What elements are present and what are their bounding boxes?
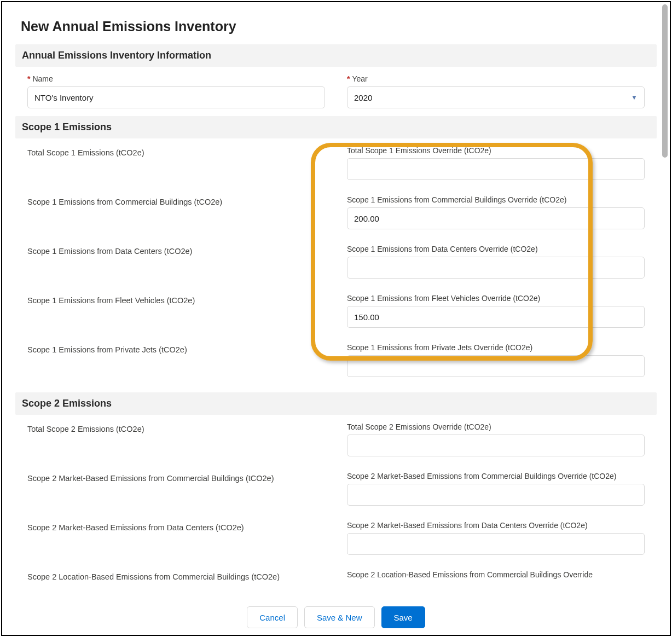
scope1-jets-label: Scope 1 Emissions from Private Jets (tCO…: [27, 343, 325, 354]
save-button[interactable]: Save: [381, 606, 425, 628]
name-label: Name: [27, 74, 325, 83]
scope2-mb-datacenters-override-label: Scope 2 Market-Based Emissions from Data…: [347, 521, 645, 530]
page-title: New Annual Emissions Inventory: [21, 19, 653, 34]
scope2-lb-commercial-label: Scope 2 Location-Based Emissions from Co…: [27, 570, 325, 581]
year-select[interactable]: 2020 ▼: [347, 86, 645, 108]
scope1-datacenters-label: Scope 1 Emissions from Data Centers (tCO…: [27, 245, 325, 256]
year-value: 2020: [354, 93, 372, 102]
scope1-commercial-override-label: Scope 1 Emissions from Commercial Buildi…: [347, 195, 645, 204]
scope1-commercial-override-input[interactable]: [347, 207, 645, 229]
scope2-total-label: Total Scope 2 Emissions (tCO2e): [27, 422, 325, 433]
scrollbar-thumb[interactable]: [662, 4, 668, 158]
scope2-lb-commercial-override-label: Scope 2 Location-Based Emissions from Co…: [347, 570, 645, 579]
scope2-mb-commercial-override-label: Scope 2 Market-Based Emissions from Comm…: [347, 472, 645, 480]
scope2-total-override-label: Total Scope 2 Emissions Override (tCO2e): [347, 422, 645, 431]
modal-frame: New Annual Emissions Inventory Annual Em…: [1, 1, 671, 636]
scope1-commercial-label: Scope 1 Emissions from Commercial Buildi…: [27, 195, 325, 206]
chevron-down-icon: ▼: [631, 94, 638, 101]
scope1-fields: Total Scope 1 Emissions (tCO2e) Total Sc…: [15, 146, 657, 377]
scope1-fleet-override-label: Scope 1 Emissions from Fleet Vehicles Ov…: [347, 294, 645, 303]
scope2-mb-datacenters-override-input[interactable]: [347, 533, 645, 555]
scope2-mb-datacenters-label: Scope 2 Market-Based Emissions from Data…: [27, 521, 325, 532]
scope1-total-override-label: Total Scope 1 Emissions Override (tCO2e): [347, 146, 645, 155]
scope1-datacenters-override-input[interactable]: [347, 257, 645, 279]
modal-footer: Cancel Save & New Save: [2, 600, 670, 635]
scope2-mb-commercial-label: Scope 2 Market-Based Emissions from Comm…: [27, 472, 325, 483]
scope1-fleet-override-input[interactable]: [347, 306, 645, 328]
scope1-fleet-label: Scope 1 Emissions from Fleet Vehicles (t…: [27, 294, 325, 305]
year-label: Year: [347, 74, 645, 83]
scope1-jets-override-input[interactable]: [347, 355, 645, 377]
scope2-total-override-input[interactable]: [347, 435, 645, 456]
scope1-total-override-input[interactable]: [347, 158, 645, 180]
cancel-button[interactable]: Cancel: [247, 606, 298, 628]
section-header-scope2: Scope 2 Emissions: [15, 392, 657, 415]
scope2-mb-commercial-override-input[interactable]: [347, 484, 645, 506]
scope1-total-label: Total Scope 1 Emissions (tCO2e): [27, 146, 325, 157]
scope1-datacenters-override-label: Scope 1 Emissions from Data Centers Over…: [347, 245, 645, 253]
section-header-scope1: Scope 1 Emissions: [15, 116, 657, 138]
modal-content: New Annual Emissions Inventory Annual Em…: [2, 2, 670, 600]
name-input[interactable]: [27, 86, 325, 108]
section-header-info: Annual Emissions Inventory Information: [15, 44, 657, 67]
save-and-new-button[interactable]: Save & New: [304, 606, 375, 628]
scope1-jets-override-label: Scope 1 Emissions from Private Jets Over…: [347, 343, 645, 352]
